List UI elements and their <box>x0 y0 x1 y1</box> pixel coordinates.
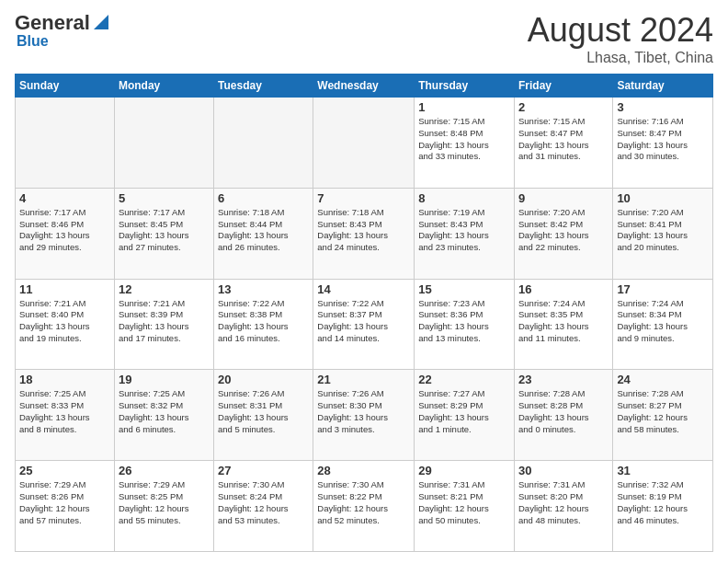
calendar-day-21: 21Sunrise: 7:26 AM Sunset: 8:30 PM Dayli… <box>313 370 415 461</box>
empty-cell <box>114 98 213 189</box>
day-info: Sunrise: 7:25 AM Sunset: 8:32 PM Dayligh… <box>119 388 210 435</box>
day-info: Sunrise: 7:20 AM Sunset: 8:42 PM Dayligh… <box>518 207 609 254</box>
calendar-day-9: 9Sunrise: 7:20 AM Sunset: 8:42 PM Daylig… <box>514 188 612 279</box>
day-number: 21 <box>317 373 410 386</box>
day-number: 16 <box>518 282 609 296</box>
day-info: Sunrise: 7:29 AM Sunset: 8:26 PM Dayligh… <box>19 479 110 526</box>
col-header-sunday: Sunday <box>16 75 115 98</box>
day-number: 5 <box>119 191 210 205</box>
day-number: 13 <box>218 282 309 296</box>
calendar-week-3: 11Sunrise: 7:21 AM Sunset: 8:40 PM Dayli… <box>16 279 713 370</box>
day-info: Sunrise: 7:19 AM Sunset: 8:43 PM Dayligh… <box>418 207 510 254</box>
title-block: August 2024 Lhasa, Tibet, China <box>528 11 713 66</box>
calendar-day-1: 1Sunrise: 7:15 AM Sunset: 8:48 PM Daylig… <box>415 98 515 189</box>
calendar-day-13: 13Sunrise: 7:22 AM Sunset: 8:38 PM Dayli… <box>214 279 313 370</box>
calendar-day-27: 27Sunrise: 7:30 AM Sunset: 8:24 PM Dayli… <box>214 461 313 552</box>
calendar-week-5: 25Sunrise: 7:29 AM Sunset: 8:26 PM Dayli… <box>16 461 713 552</box>
calendar-day-25: 25Sunrise: 7:29 AM Sunset: 8:26 PM Dayli… <box>16 461 115 552</box>
day-number: 11 <box>19 282 110 296</box>
calendar-header-row: SundayMondayTuesdayWednesdayThursdayFrid… <box>16 75 713 98</box>
calendar-day-24: 24Sunrise: 7:28 AM Sunset: 8:27 PM Dayli… <box>613 370 713 461</box>
calendar-day-19: 19Sunrise: 7:25 AM Sunset: 8:32 PM Dayli… <box>114 370 213 461</box>
day-info: Sunrise: 7:28 AM Sunset: 8:28 PM Dayligh… <box>518 388 609 435</box>
day-number: 14 <box>317 282 410 296</box>
day-info: Sunrise: 7:30 AM Sunset: 8:22 PM Dayligh… <box>317 479 410 526</box>
day-info: Sunrise: 7:15 AM Sunset: 8:48 PM Dayligh… <box>418 116 510 163</box>
col-header-monday: Monday <box>114 75 213 98</box>
col-header-friday: Friday <box>514 75 612 98</box>
day-info: Sunrise: 7:22 AM Sunset: 8:38 PM Dayligh… <box>218 298 309 345</box>
calendar-day-18: 18Sunrise: 7:25 AM Sunset: 8:33 PM Dayli… <box>16 370 115 461</box>
svg-marker-0 <box>94 15 108 29</box>
day-info: Sunrise: 7:26 AM Sunset: 8:30 PM Dayligh… <box>317 388 410 435</box>
header: General Blue August 2024 Lhasa, Tibet, C… <box>15 11 713 66</box>
day-number: 8 <box>418 191 510 205</box>
day-info: Sunrise: 7:15 AM Sunset: 8:47 PM Dayligh… <box>518 116 609 163</box>
day-number: 17 <box>617 282 709 296</box>
day-info: Sunrise: 7:31 AM Sunset: 8:20 PM Dayligh… <box>518 479 609 526</box>
empty-cell <box>214 98 313 189</box>
day-info: Sunrise: 7:16 AM Sunset: 8:47 PM Dayligh… <box>617 116 709 163</box>
day-number: 27 <box>218 464 309 477</box>
calendar-day-20: 20Sunrise: 7:26 AM Sunset: 8:31 PM Dayli… <box>214 370 313 461</box>
page: General Blue August 2024 Lhasa, Tibet, C… <box>0 0 728 563</box>
day-info: Sunrise: 7:26 AM Sunset: 8:31 PM Dayligh… <box>218 388 309 435</box>
calendar-day-12: 12Sunrise: 7:21 AM Sunset: 8:39 PM Dayli… <box>114 279 213 370</box>
calendar-table: SundayMondayTuesdayWednesdayThursdayFrid… <box>15 74 713 552</box>
empty-cell <box>16 98 115 189</box>
calendar-day-26: 26Sunrise: 7:29 AM Sunset: 8:25 PM Dayli… <box>114 461 213 552</box>
day-info: Sunrise: 7:27 AM Sunset: 8:29 PM Dayligh… <box>418 388 510 435</box>
logo-triangle-icon <box>92 13 110 31</box>
day-info: Sunrise: 7:21 AM Sunset: 8:39 PM Dayligh… <box>119 298 210 345</box>
calendar-day-7: 7Sunrise: 7:18 AM Sunset: 8:43 PM Daylig… <box>313 188 415 279</box>
day-number: 2 <box>518 100 609 114</box>
day-number: 23 <box>518 373 609 386</box>
day-number: 24 <box>617 373 709 386</box>
day-number: 29 <box>418 464 510 477</box>
calendar-week-4: 18Sunrise: 7:25 AM Sunset: 8:33 PM Dayli… <box>16 370 713 461</box>
day-info: Sunrise: 7:23 AM Sunset: 8:36 PM Dayligh… <box>418 298 510 345</box>
day-number: 20 <box>218 373 309 386</box>
calendar-day-16: 16Sunrise: 7:24 AM Sunset: 8:35 PM Dayli… <box>514 279 612 370</box>
day-info: Sunrise: 7:31 AM Sunset: 8:21 PM Dayligh… <box>418 479 510 526</box>
day-info: Sunrise: 7:24 AM Sunset: 8:34 PM Dayligh… <box>617 298 709 345</box>
logo: General Blue <box>15 11 110 50</box>
calendar-day-5: 5Sunrise: 7:17 AM Sunset: 8:45 PM Daylig… <box>114 188 213 279</box>
day-info: Sunrise: 7:18 AM Sunset: 8:44 PM Dayligh… <box>218 207 309 254</box>
col-header-tuesday: Tuesday <box>214 75 313 98</box>
calendar-day-22: 22Sunrise: 7:27 AM Sunset: 8:29 PM Dayli… <box>415 370 515 461</box>
day-number: 30 <box>518 464 609 477</box>
calendar-day-3: 3Sunrise: 7:16 AM Sunset: 8:47 PM Daylig… <box>613 98 713 189</box>
empty-cell <box>313 98 415 189</box>
day-number: 10 <box>617 191 709 205</box>
calendar-day-11: 11Sunrise: 7:21 AM Sunset: 8:40 PM Dayli… <box>16 279 115 370</box>
day-info: Sunrise: 7:25 AM Sunset: 8:33 PM Dayligh… <box>19 388 110 435</box>
col-header-thursday: Thursday <box>415 75 515 98</box>
day-info: Sunrise: 7:24 AM Sunset: 8:35 PM Dayligh… <box>518 298 609 345</box>
calendar-week-2: 4Sunrise: 7:17 AM Sunset: 8:46 PM Daylig… <box>16 188 713 279</box>
calendar-day-10: 10Sunrise: 7:20 AM Sunset: 8:41 PM Dayli… <box>613 188 713 279</box>
day-number: 28 <box>317 464 410 477</box>
day-info: Sunrise: 7:17 AM Sunset: 8:46 PM Dayligh… <box>19 207 110 254</box>
day-info: Sunrise: 7:28 AM Sunset: 8:27 PM Dayligh… <box>617 388 709 435</box>
day-number: 9 <box>518 191 609 205</box>
calendar-day-15: 15Sunrise: 7:23 AM Sunset: 8:36 PM Dayli… <box>415 279 515 370</box>
day-number: 18 <box>19 373 110 386</box>
location-title: Lhasa, Tibet, China <box>528 50 713 66</box>
calendar-day-17: 17Sunrise: 7:24 AM Sunset: 8:34 PM Dayli… <box>613 279 713 370</box>
day-number: 1 <box>418 100 510 114</box>
day-info: Sunrise: 7:30 AM Sunset: 8:24 PM Dayligh… <box>218 479 309 526</box>
day-number: 6 <box>218 191 309 205</box>
day-info: Sunrise: 7:17 AM Sunset: 8:45 PM Dayligh… <box>119 207 210 254</box>
day-number: 22 <box>418 373 510 386</box>
col-header-wednesday: Wednesday <box>313 75 415 98</box>
day-number: 4 <box>19 191 110 205</box>
calendar-day-8: 8Sunrise: 7:19 AM Sunset: 8:43 PM Daylig… <box>415 188 515 279</box>
day-info: Sunrise: 7:22 AM Sunset: 8:37 PM Dayligh… <box>317 298 410 345</box>
month-year-title: August 2024 <box>528 11 713 50</box>
logo-general: General <box>15 11 90 35</box>
day-info: Sunrise: 7:21 AM Sunset: 8:40 PM Dayligh… <box>19 298 110 345</box>
day-info: Sunrise: 7:29 AM Sunset: 8:25 PM Dayligh… <box>119 479 210 526</box>
calendar-day-30: 30Sunrise: 7:31 AM Sunset: 8:20 PM Dayli… <box>514 461 612 552</box>
calendar-week-1: 1Sunrise: 7:15 AM Sunset: 8:48 PM Daylig… <box>16 98 713 189</box>
